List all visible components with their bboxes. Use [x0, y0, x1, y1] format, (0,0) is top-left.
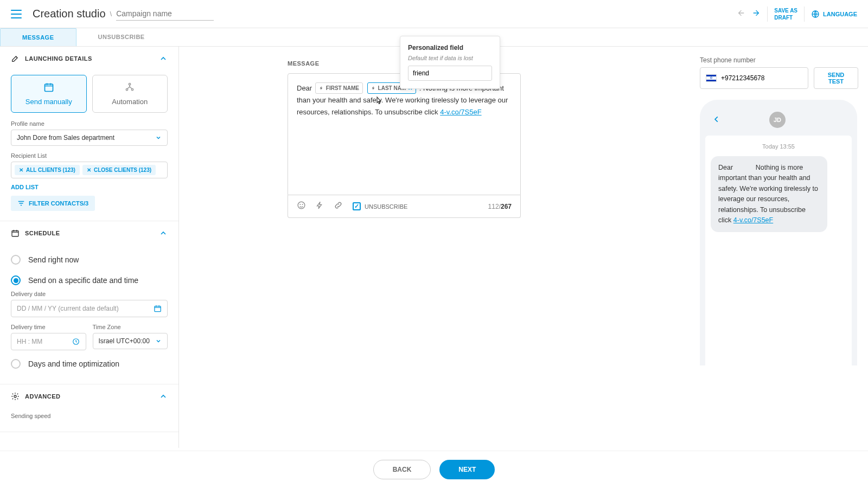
- flag-icon: [706, 74, 717, 82]
- send-manually-label: Send manually: [16, 98, 82, 106]
- language-label: LANGUAGE: [823, 11, 857, 17]
- svg-point-9: [298, 202, 305, 209]
- emoji-icon[interactable]: [297, 201, 306, 212]
- recipient-list-label: Recipient List: [11, 152, 168, 159]
- delivery-date-label: Delivery date: [11, 291, 168, 297]
- delivery-time-field[interactable]: [17, 338, 72, 345]
- svg-point-10: [300, 204, 301, 205]
- chevron-down-icon: [155, 338, 162, 344]
- phone-preview: JD Today 13:55 Dear Nothing is more impo…: [700, 100, 857, 365]
- svg-point-2: [129, 84, 131, 85]
- calendar-icon: [16, 82, 82, 95]
- popover-subtitle: Default text if data is lost: [408, 55, 492, 61]
- svg-point-8: [14, 395, 16, 397]
- delivery-time-label: Delivery time: [11, 324, 86, 330]
- advanced-header[interactable]: ADVANCED: [0, 384, 178, 408]
- calendar-icon: [154, 304, 162, 313]
- chevron-up-icon: [159, 229, 168, 237]
- redo-icon[interactable]: [752, 8, 761, 20]
- profile-name-label: Profile name: [11, 120, 168, 127]
- svg-point-4: [132, 89, 133, 91]
- close-icon[interactable]: ✕: [87, 167, 91, 173]
- send-manually-button[interactable]: Send manually: [11, 75, 87, 113]
- message-editor[interactable]: Dear FIRST NAME LAST NAM ✕ . Nothing is …: [288, 73, 521, 195]
- tab-message[interactable]: MESSAGE: [0, 28, 76, 46]
- chevron-up-icon: [159, 392, 168, 401]
- svg-point-11: [302, 204, 303, 205]
- bubble-link[interactable]: 4-v.co/7S5eF: [733, 216, 773, 224]
- preview-panel: Test phone number SEND TEST JD Today 13:…: [700, 47, 868, 448]
- automation-icon: [97, 82, 163, 95]
- days-time-optimization-radio[interactable]: Days and time optimization: [11, 354, 168, 374]
- close-icon[interactable]: ✕: [19, 167, 23, 173]
- left-sidebar: LAUNCHING DETAILS Send manually: [0, 47, 179, 448]
- recipient-list-box[interactable]: ✕ALL CLIENTS (123) ✕CLOSE CLIENTS (123): [11, 162, 168, 178]
- chevron-down-icon: [155, 134, 162, 141]
- character-counter: 112/267: [488, 203, 512, 210]
- header: Creation studio \ SAVE AS DRAFT LANGUAGE: [0, 0, 868, 28]
- launching-details-header[interactable]: LAUNCHING DETAILS: [0, 47, 178, 70]
- filter-contacts-button[interactable]: FILTER CONTACTS/3: [11, 196, 95, 211]
- automation-button[interactable]: Automation: [92, 75, 168, 113]
- title-separator: \: [110, 10, 112, 18]
- popover-title: Personalized field: [408, 44, 492, 52]
- delivery-date-input[interactable]: [11, 300, 168, 317]
- send-test-button[interactable]: SEND TEST: [814, 67, 858, 89]
- lightning-icon: [319, 86, 324, 91]
- unsubscribe-checkbox[interactable]: ✓ UNSUBSCRIBE: [353, 202, 407, 210]
- timezone-select[interactable]: Israel UTC+00:00: [93, 333, 168, 349]
- timezone-value: Israel UTC+00:00: [99, 337, 150, 345]
- undo-icon[interactable]: [737, 8, 745, 20]
- lightning-icon[interactable]: [316, 201, 324, 211]
- message-bubble: Dear Nothing is more important than your…: [711, 156, 827, 232]
- svg-rect-6: [155, 306, 161, 312]
- campaign-name-input[interactable]: [116, 7, 214, 21]
- radio-unchecked-icon: [11, 255, 21, 265]
- svg-point-3: [126, 89, 128, 91]
- filter-label: FILTER CONTACTS/3: [29, 200, 88, 207]
- chip-label: ALL CLIENTS (123): [26, 167, 75, 173]
- gear-icon: [11, 392, 20, 401]
- radio-unchecked-icon: [11, 359, 21, 369]
- hamburger-menu[interactable]: [11, 10, 22, 18]
- chevron-up-icon: [159, 54, 168, 63]
- unsubscribe-link[interactable]: 4-v.co/7S5eF: [440, 108, 481, 116]
- save-as-draft-button[interactable]: SAVE AS DRAFT: [774, 7, 797, 21]
- launching-details-title: LAUNCHING DETAILS: [25, 55, 92, 62]
- advanced-title: ADVANCED: [25, 393, 61, 400]
- phone-number-field[interactable]: [721, 74, 802, 82]
- recipient-chip[interactable]: ✕ALL CLIENTS (123): [15, 165, 80, 175]
- app-title: Creation studio: [33, 8, 106, 20]
- delivery-date-field[interactable]: [17, 305, 154, 312]
- add-list-button[interactable]: ADD LIST: [11, 184, 39, 190]
- language-button[interactable]: LANGUAGE: [811, 10, 857, 18]
- token-label: FIRST NAME: [326, 84, 359, 93]
- delivery-time-input[interactable]: [11, 333, 86, 350]
- checkbox-checked-icon: ✓: [353, 202, 361, 210]
- clock-icon: [72, 337, 80, 346]
- recipient-chip[interactable]: ✕CLOSE CLIENTS (123): [82, 165, 156, 175]
- calendar-icon: [11, 229, 20, 237]
- send-right-now-radio[interactable]: Send right now: [11, 249, 168, 270]
- link-icon[interactable]: [334, 201, 343, 212]
- test-phone-label: Test phone number: [700, 56, 858, 64]
- profile-name-select[interactable]: John Dore from Sales department: [11, 130, 168, 146]
- editor-toolbar: ✓ UNSUBSCRIBE 112/267: [288, 195, 521, 218]
- schedule-header[interactable]: SCHEDULE: [0, 221, 178, 245]
- popover-default-text-input[interactable]: [408, 66, 492, 81]
- bubble-text: Dear: [718, 164, 733, 171]
- sending-speed-label: Sending speed: [11, 413, 168, 419]
- preview-timestamp: Today 13:55: [711, 143, 846, 150]
- first-name-token[interactable]: FIRST NAME: [315, 82, 363, 94]
- personalized-field-popover: Personalized field Default text if data …: [400, 36, 500, 89]
- filter-icon: [17, 200, 25, 207]
- svg-rect-1: [44, 84, 53, 91]
- send-specific-radio[interactable]: Send on a specific date and time: [11, 270, 168, 291]
- edit-icon: [11, 54, 20, 63]
- chip-label: CLOSE CLIENTS (123): [94, 167, 151, 173]
- tab-unsubscribe[interactable]: UNSUBSCRIBE: [76, 28, 167, 46]
- test-phone-input[interactable]: [700, 67, 808, 89]
- radio-checked-icon: [11, 275, 21, 285]
- back-arrow-icon: [713, 114, 720, 126]
- timezone-label: Time Zone: [93, 324, 168, 330]
